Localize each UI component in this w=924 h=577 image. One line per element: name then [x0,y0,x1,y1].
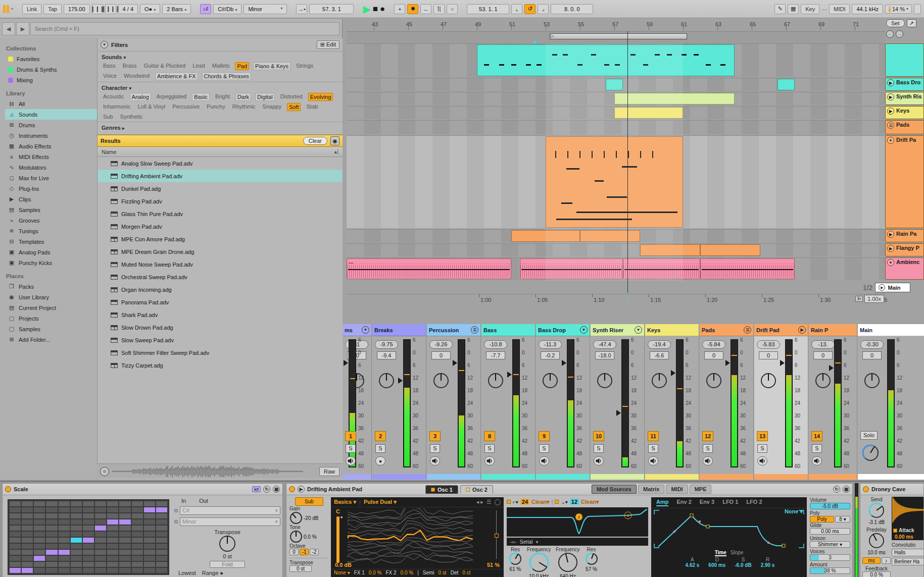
pan-knob[interactable] [349,373,365,390]
filter-tag-voice[interactable]: Voice [102,72,118,80]
track-lane-rain-pa[interactable] [347,229,885,242]
sidebar-item-packs[interactable]: ❐Packs [5,281,97,292]
solo-button[interactable]: S [539,444,549,453]
scale-cell[interactable] [59,550,70,555]
pan-knob[interactable] [433,373,449,390]
clip[interactable] [580,230,640,242]
scale-cell[interactable] [22,526,33,531]
edit-filters-button[interactable]: ⊞ Edit [317,40,339,49]
preview-headphone-icon[interactable]: ◎ [100,467,109,476]
fold-icon[interactable]: ▼ [887,137,894,144]
mixer-strip-rain-p[interactable]: Rain P-13.0606121824303642486014S [809,324,857,480]
osc-gain-slider[interactable] [336,516,339,563]
scale-cell[interactable] [22,513,33,518]
scale-cell[interactable] [59,501,70,506]
volume-readout[interactable]: -5.83 [757,340,780,349]
fold-icon[interactable]: ▼ [580,326,588,334]
filter-tag-ambience-fx[interactable]: Ambience & FX [155,72,198,80]
re-enable-automation-icon[interactable]: ← [420,4,431,14]
device-on-led[interactable] [289,486,295,492]
punch-in-icon[interactable]: ⌞ [511,4,522,14]
filter-tag-brass[interactable]: Brass [121,62,138,70]
follow-button[interactable]: →• [296,4,307,14]
result-row[interactable]: Organ Incoming.adg [98,283,343,296]
group-icon[interactable]: ☰ [471,326,478,334]
time-ruler[interactable]: 1:001:051:101:151:201:251:301:35▴‖•1.00x [347,294,885,306]
track-activator-button[interactable] [430,456,440,465]
clear-filters-button[interactable]: Clear [303,137,327,145]
scale-cell[interactable] [119,501,130,506]
scale-cell[interactable] [22,556,33,561]
volume-readout[interactable]: -47.4 [593,340,616,349]
scale-cell[interactable] [95,513,106,518]
scale-cell[interactable] [83,544,94,549]
attack-value[interactable]: 0.00 ms [895,534,913,540]
filter2-on-icon[interactable] [555,500,559,504]
filter-tag-evolving[interactable]: Evolving [308,93,333,101]
scale-cell[interactable] [156,501,167,506]
clip[interactable] [477,44,735,76]
scale-cell[interactable] [95,562,106,567]
scale-cell[interactable] [95,538,106,543]
track-activator-button[interactable] [539,456,549,465]
mixer-strip-breaks[interactable]: Breaks-9.75-9.460612182430364248602S● [372,324,426,480]
scale-cell[interactable] [83,568,94,573]
scale-cell[interactable] [132,538,143,543]
result-row[interactable]: Slow Sweep Pad.adv [98,334,343,346]
volume-readout[interactable]: -13. [811,340,835,349]
playback-speed-field[interactable]: 1.00x [864,295,884,303]
scale-note-grid[interactable] [8,499,169,575]
pan-knob[interactable] [760,373,776,390]
tab-matrix[interactable]: Matrix [638,485,664,494]
det-value[interactable]: 0 ct [462,570,470,576]
sidebar-item-user-library[interactable]: ◉User Library [5,292,97,302]
result-row[interactable]: Shark Pad.adv [98,308,343,321]
scale-cell[interactable] [71,501,82,506]
scale-cell[interactable] [59,568,70,573]
scale-cell[interactable] [59,538,70,543]
capture-midi-icon[interactable]: ⌉⌊ [433,4,445,14]
filter-tag-basic[interactable]: Basic [192,93,210,101]
amount-value[interactable]: 38 % [810,567,850,574]
loop-start-field[interactable]: 53. 1. 1 [467,4,509,14]
track-activator-button[interactable] [648,456,658,465]
unfold-icon[interactable]: ▶ [887,245,894,252]
pan-readout[interactable]: -18.0 [595,351,614,359]
track-number[interactable]: 3 [429,431,441,441]
sidebar-item-analog-pads[interactable]: ▣Analog Pads [5,247,97,257]
tab-osc2[interactable]: Osc 2 [460,485,493,494]
clip[interactable] [520,258,623,279]
tempo-field[interactable]: 175.00 [64,4,90,14]
key-signature-badge-icon[interactable]: ♭♯ [252,486,261,492]
scale-cell[interactable] [34,519,45,524]
clip[interactable] [640,244,700,256]
scale-cell[interactable] [119,544,130,549]
fold-icon[interactable]: ▼ [887,259,894,266]
mixer-strip-pads[interactable]: Pads☰-5.840606121824303642486012S [700,324,754,480]
scale-cell[interactable] [156,532,167,537]
track-number[interactable]: 14 [811,431,822,441]
main-track-header[interactable]: ▶Main [875,283,910,292]
fader-handle[interactable] [616,410,621,416]
scale-cell[interactable] [34,532,45,537]
clip[interactable] [700,258,795,279]
track-header-rain-pa[interactable]: ▶Rain Pa [885,229,924,242]
scale-cell[interactable] [107,526,118,531]
set-marker-button[interactable]: Set [886,19,905,27]
octave-button--1[interactable]: -1 [300,549,309,555]
scale-cell[interactable] [144,544,155,549]
pan-knob[interactable] [378,373,395,390]
tempo-follow-icon[interactable]: ‖• [855,296,863,302]
filter-tag-guitar-plucked[interactable]: Guitar & Plucked [142,62,187,70]
adsr-a[interactable]: A4.62 s [686,557,700,568]
result-row[interactable]: Dunkel Pad.adg [98,182,343,195]
loop-brace[interactable]: ▷ [550,33,687,39]
device-on-led[interactable] [863,486,869,492]
track-number[interactable]: 11 [648,431,659,441]
scale-cell[interactable] [71,550,82,555]
root-note-menu[interactable]: C#/Db ▾ [213,4,241,14]
record-button[interactable]: ● [380,4,385,14]
ms-mode-button[interactable]: ms [862,557,881,564]
scale-cell[interactable] [34,550,45,555]
scale-cell[interactable] [119,556,130,561]
